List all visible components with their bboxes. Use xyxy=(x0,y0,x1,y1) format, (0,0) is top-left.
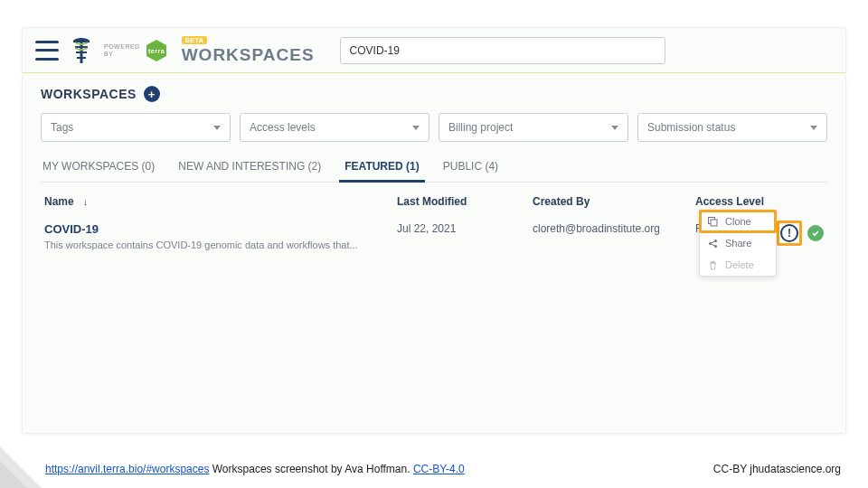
row-action-menu: Clone Share Delete xyxy=(699,210,777,277)
col-header-name[interactable]: Name ↓ xyxy=(44,195,397,208)
brand-title: WORKSPACES xyxy=(182,45,315,65)
section-title: WORKSPACES xyxy=(41,87,137,101)
share-icon xyxy=(707,238,718,249)
footer: https://anvil.terra.bio/#workspaces Work… xyxy=(45,463,841,475)
app-window: POWERED BY terra BETA WORKSPACES WORKSPA… xyxy=(22,27,846,434)
workspace-modified: Jul 22, 2021 xyxy=(397,222,533,250)
workspace-created-by: cloreth@broadinstitute.org xyxy=(533,222,695,250)
tab-public[interactable]: PUBLIC (4) xyxy=(441,153,500,182)
source-link[interactable]: https://anvil.terra.bio/#workspaces xyxy=(45,463,209,475)
beta-badge: BETA xyxy=(182,36,208,44)
status-ok-icon xyxy=(807,225,824,241)
menu-delete: Delete xyxy=(700,254,776,276)
tabs: MY WORKSPACES (0) NEW AND INTERESTING (2… xyxy=(41,153,827,183)
tab-featured[interactable]: FEATURED (1) xyxy=(343,153,420,182)
chevron-down-icon xyxy=(611,126,618,130)
col-header-access[interactable]: Access Level xyxy=(695,195,824,208)
section-header: WORKSPACES + xyxy=(41,86,827,102)
footer-left: https://anvil.terra.bio/#workspaces Work… xyxy=(45,463,465,475)
row-badges: ! xyxy=(777,221,824,246)
add-workspace-button[interactable]: + xyxy=(144,86,160,102)
workspace-name-link[interactable]: COVID-19 xyxy=(44,222,397,236)
workspace-desc: This workspace contains COVID-19 genomic… xyxy=(44,239,397,250)
anvil-logo xyxy=(70,36,93,65)
filter-billing-project[interactable]: Billing project xyxy=(439,113,628,142)
clone-icon xyxy=(707,216,718,227)
filter-access-levels[interactable]: Access levels xyxy=(240,113,429,142)
sort-arrow-icon: ↓ xyxy=(83,196,89,207)
filter-tags[interactable]: Tags xyxy=(41,113,231,142)
svg-text:terra: terra xyxy=(148,48,165,54)
terra-logo: terra xyxy=(144,38,169,63)
menu-share[interactable]: Share xyxy=(700,232,776,254)
filter-submission-status[interactable]: Submission status xyxy=(637,113,827,142)
search-input[interactable] xyxy=(340,37,665,64)
trash-icon xyxy=(707,259,718,270)
chevron-down-icon xyxy=(412,126,420,130)
info-icon[interactable]: ! xyxy=(780,224,798,242)
svg-rect-3 xyxy=(711,220,717,226)
tab-my-workspaces[interactable]: MY WORKSPACES (0) xyxy=(41,153,156,182)
highlight-annotation: ! xyxy=(777,221,802,246)
license-link[interactable]: CC-BY-4.0 xyxy=(413,463,465,475)
search-wrapper xyxy=(340,37,665,64)
chevron-down-icon xyxy=(810,126,817,130)
tab-new-interesting[interactable]: NEW AND INTERESTING (2) xyxy=(176,153,323,182)
top-bar: POWERED BY terra BETA WORKSPACES xyxy=(23,28,845,73)
workspaces-brand: BETA WORKSPACES xyxy=(182,36,315,65)
table-row: COVID-19 This workspace contains COVID-1… xyxy=(41,217,827,261)
col-header-created[interactable]: Created By xyxy=(533,195,695,208)
chevron-down-icon xyxy=(213,126,221,130)
content-area: WORKSPACES + Tags Access levels Billing … xyxy=(23,73,845,261)
menu-icon[interactable] xyxy=(35,41,59,61)
col-header-modified[interactable]: Last Modified xyxy=(397,195,533,208)
filter-row: Tags Access levels Billing project Submi… xyxy=(41,113,827,142)
menu-clone[interactable]: Clone xyxy=(699,210,777,233)
corner-decoration xyxy=(0,446,42,488)
powered-by-label: POWERED BY terra xyxy=(104,38,169,63)
footer-right: CC-BY jhudatascience.org xyxy=(713,463,841,475)
